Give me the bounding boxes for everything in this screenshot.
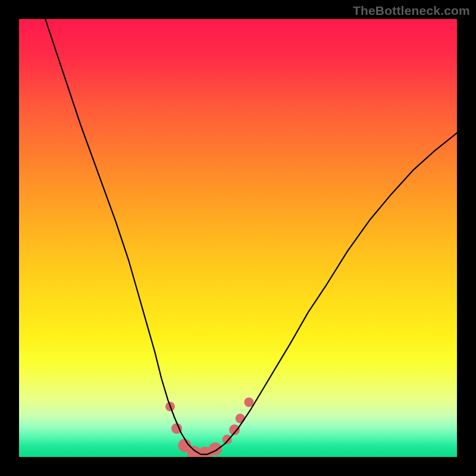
highlight-dot <box>223 435 232 444</box>
chart-svg <box>19 19 457 457</box>
highlight-dot <box>244 397 253 407</box>
highlight-dot <box>209 443 222 456</box>
outer-frame: TheBottleneck.com <box>0 0 476 476</box>
bottleneck-curve <box>45 19 457 455</box>
watermark-text: TheBottleneck.com <box>353 4 470 18</box>
plot-area <box>19 19 457 457</box>
highlight-dot <box>236 414 245 423</box>
